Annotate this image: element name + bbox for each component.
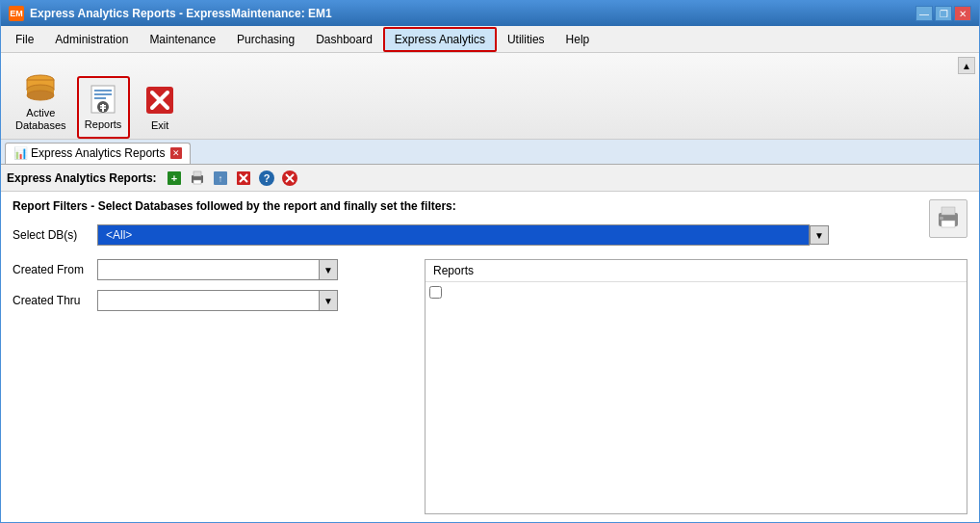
active-databases-label: ActiveDatabases xyxy=(15,107,66,132)
active-databases-button[interactable]: ActiveDatabases xyxy=(9,65,73,139)
app-icon: EM xyxy=(9,6,24,21)
content-area: 📊 Express Analytics Reports ✕ Express An… xyxy=(1,140,979,522)
menu-item-purchasing[interactable]: Purchasing xyxy=(226,28,305,51)
svg-rect-7 xyxy=(94,93,112,95)
svg-rect-33 xyxy=(941,221,955,227)
menu-bar: File Administration Maintenance Purchasi… xyxy=(1,26,979,53)
exit-button[interactable]: Exit xyxy=(134,78,187,139)
toolbar: ActiveDatabases Reports xyxy=(1,53,979,140)
export-icon[interactable]: ↑ xyxy=(211,169,230,188)
toolbar-collapse-button[interactable]: ▲ xyxy=(958,57,975,74)
exit-label: Exit xyxy=(151,119,168,132)
menu-item-administration[interactable]: Administration xyxy=(44,28,139,51)
created-thru-input-container: ▼ xyxy=(97,290,338,311)
svg-rect-8 xyxy=(94,97,106,99)
menu-item-maintenance[interactable]: Maintenance xyxy=(139,28,226,51)
close-button[interactable]: ✕ xyxy=(954,6,971,21)
main-panel: Report Filters - Select Databases follow… xyxy=(1,192,979,522)
svg-text:↑: ↑ xyxy=(218,173,222,184)
tab-label: Express Analytics Reports xyxy=(31,146,165,160)
exit-icon xyxy=(142,83,177,118)
created-from-dropdown[interactable]: ▼ xyxy=(319,259,338,280)
reports-button[interactable]: Reports xyxy=(77,76,130,139)
reports-panel: Reports xyxy=(425,259,967,514)
inner-content: Express Analytics Reports: + xyxy=(1,165,979,522)
delete-icon[interactable] xyxy=(234,169,253,188)
title-bar: EM Express Analytics Reports - ExpressMa… xyxy=(1,1,979,26)
help-icon[interactable]: ? xyxy=(257,169,276,188)
report-checkbox-item xyxy=(429,286,963,299)
svg-rect-12 xyxy=(102,104,104,112)
select-db-value: <All> xyxy=(106,228,132,242)
two-column-layout: Created From ▼ Created Thru ▼ xyxy=(13,259,967,514)
tab-express-analytics-reports[interactable]: 📊 Express Analytics Reports ✕ xyxy=(5,143,191,164)
title-bar-left: EM Express Analytics Reports - ExpressMa… xyxy=(9,6,332,21)
add-icon[interactable]: + xyxy=(165,169,184,188)
reports-label: Reports xyxy=(85,118,122,131)
main-window: EM Express Analytics Reports - ExpressMa… xyxy=(0,0,980,523)
window-controls: — ❐ ✕ xyxy=(916,6,971,21)
svg-text:?: ? xyxy=(263,172,270,184)
reports-panel-body xyxy=(426,282,967,513)
minimize-button[interactable]: — xyxy=(916,6,933,21)
svg-rect-34 xyxy=(940,217,943,220)
tab-icon: 📊 xyxy=(13,146,27,160)
created-thru-dropdown[interactable]: ▼ xyxy=(319,290,338,311)
svg-point-4 xyxy=(27,91,54,100)
menu-item-utilities[interactable]: Utilities xyxy=(497,28,555,51)
menu-item-file[interactable]: File xyxy=(5,28,44,51)
menu-item-help[interactable]: Help xyxy=(555,28,601,51)
action-bar-label: Express Analytics Reports: xyxy=(7,171,157,185)
reports-icon xyxy=(86,82,120,117)
svg-rect-20 xyxy=(193,180,201,184)
tab-close-button[interactable]: ✕ xyxy=(170,147,182,159)
reports-panel-header: Reports xyxy=(426,260,967,282)
select-db-label: Select DB(s) xyxy=(13,228,90,242)
select-db-arrow[interactable]: ▼ xyxy=(810,225,829,245)
window-title: Express Analytics Reports - ExpressMaint… xyxy=(30,7,332,20)
created-thru-row: Created Thru ▼ xyxy=(13,290,417,311)
tab-bar: 📊 Express Analytics Reports ✕ xyxy=(1,140,979,165)
svg-rect-19 xyxy=(193,171,201,176)
menu-item-dashboard[interactable]: Dashboard xyxy=(305,28,383,51)
report-checkbox[interactable] xyxy=(429,286,442,299)
svg-rect-32 xyxy=(941,207,955,215)
active-databases-icon xyxy=(23,70,58,105)
menu-item-express-analytics[interactable]: Express Analytics xyxy=(383,27,497,52)
created-thru-label: Created Thru xyxy=(13,294,90,307)
select-db-row: Select DB(s) <All> ▼ xyxy=(13,224,967,246)
select-db-dropdown[interactable]: <All> xyxy=(97,224,810,246)
print-button[interactable] xyxy=(929,199,967,238)
left-column: Created From ▼ Created Thru ▼ xyxy=(13,259,417,514)
created-thru-input[interactable] xyxy=(97,290,319,311)
created-from-label: Created From xyxy=(13,263,90,276)
svg-text:+: + xyxy=(170,172,176,184)
print-action-icon[interactable] xyxy=(188,169,207,188)
restore-button[interactable]: ❐ xyxy=(935,6,952,21)
action-bar: Express Analytics Reports: + xyxy=(1,165,979,192)
svg-rect-6 xyxy=(94,90,112,92)
filter-title: Report Filters - Select Databases follow… xyxy=(13,199,967,213)
close-action-icon[interactable] xyxy=(280,169,299,188)
created-from-input-container: ▼ xyxy=(97,259,338,280)
toolbar-group: ActiveDatabases Reports xyxy=(9,65,187,139)
created-from-row: Created From ▼ xyxy=(13,259,417,280)
created-from-input[interactable] xyxy=(97,259,319,280)
